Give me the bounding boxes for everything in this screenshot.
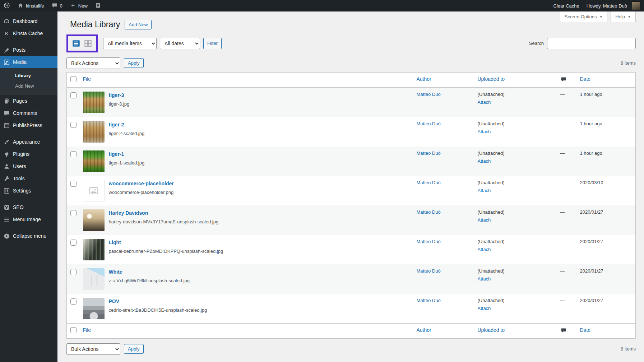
media-thumbnail[interactable] [83,92,105,113]
sidebar-item-media[interactable]: Media [0,56,57,68]
date-filter[interactable]: All dates [160,38,200,49]
row-checkbox[interactable] [70,181,77,187]
attach-link[interactable]: Attach [478,276,491,282]
media-filename: pascal-debrunner-PZoMDIOKPPQ-unsplash-sc… [109,249,223,254]
media-title-link[interactable]: tiger-2 [109,122,124,127]
media-thumbnail[interactable] [83,209,105,231]
author-link[interactable]: Matteo Duò [417,298,441,303]
column-header-uploaded-to[interactable]: Uploaded to [478,327,505,333]
table-row: Light pascal-debrunner-PZoMDIOKPPQ-unspl… [67,235,636,264]
media-type-filter[interactable]: All media items [103,38,157,49]
screen-options-button[interactable]: Screen Options ▼ [560,11,608,22]
media-title-link[interactable]: White [109,269,122,275]
author-link[interactable]: Matteo Duò [417,92,441,97]
media-thumbnail[interactable] [83,121,105,143]
select-all-checkbox[interactable] [70,327,77,333]
attach-link[interactable]: Attach [478,247,491,252]
column-header-author[interactable]: Author [417,76,431,82]
media-thumbnail[interactable] [83,298,105,319]
bulk-actions-select[interactable]: Bulk Actions [66,343,120,355]
row-checkbox[interactable] [70,122,77,128]
sidebar-item-plugins[interactable]: Plugins [0,148,57,160]
column-header-file[interactable]: File [83,327,91,333]
sidebar-item-dashboard[interactable]: Dashboard [0,15,57,27]
media-icon [0,59,13,66]
clear-cache-link[interactable]: Clear Cache [550,3,583,9]
author-link[interactable]: Matteo Duò [417,121,441,126]
column-header-date[interactable]: Date [580,327,591,333]
help-button[interactable]: Help ▼ [611,11,636,22]
media-thumbnail[interactable] [83,180,105,201]
annotation-highlight-box [66,34,98,52]
author-link[interactable]: Matteo Duò [417,180,441,185]
comments-bubble-link[interactable]: 0 [48,0,66,11]
media-thumbnail[interactable] [83,239,105,260]
wordpress-logo-icon[interactable]: W [0,0,14,11]
plugins-icon [0,151,13,158]
howdy-account-link[interactable]: Howdy, Matteo Duò [583,1,644,10]
sidebar-item-menu-image[interactable]: Menu Image [0,213,57,226]
media-thumbnail[interactable] [83,150,105,172]
attach-link[interactable]: Attach [478,217,491,223]
sidebar-item-settings[interactable]: Settings [0,185,57,197]
collapse-icon [0,233,13,240]
sidebar-item-seo[interactable]: SEO [0,201,57,213]
sidebar-item-publishpress[interactable]: PublishPress [0,119,57,131]
sidebar-subitem-library[interactable]: Library [0,70,57,81]
apply-button[interactable]: Apply [124,58,144,68]
author-link[interactable]: Matteo Duò [417,209,441,215]
filter-toolbar: All media items All dates Filter Search [66,34,636,52]
sidebar-item-collapse-menu[interactable]: Collapse menu [0,230,57,242]
sidebar-item-kinsta-cache[interactable]: KKinsta Cache [0,27,57,40]
select-all-checkbox[interactable] [70,76,77,82]
date-text: 1 hour ago [576,147,636,176]
sidebar-item-appearance[interactable]: Appearance [0,136,57,148]
list-view-button[interactable] [71,39,81,48]
media-title-link[interactable]: Harley Davidson [109,210,148,216]
grid-view-button[interactable] [83,39,93,48]
media-title-link[interactable]: Light [109,240,121,245]
attach-link[interactable]: Attach [478,306,491,311]
attach-link[interactable]: Attach [478,188,491,193]
media-thumbnail[interactable] [83,268,105,290]
row-checkbox[interactable] [70,210,77,216]
sidebar-item-users[interactable]: Users [0,160,57,172]
bulk-actions-select[interactable]: Bulk Actions [66,57,120,69]
media-title-link[interactable]: POV [109,298,120,304]
attach-link[interactable]: Attach [478,99,491,105]
svg-text:W: W [5,4,9,7]
comment-bubble-icon [51,2,58,10]
sidebar-item-posts[interactable]: Posts [0,44,57,56]
add-new-button[interactable]: Add New [125,20,152,29]
site-name-link[interactable]: kinstalife [14,0,48,11]
apply-button[interactable]: Apply [124,344,144,354]
column-header-uploaded-to[interactable]: Uploaded to [478,76,505,82]
bulk-actions-toolbar-bottom: Bulk Actions Apply 8 items [66,343,636,355]
row-checkbox[interactable] [70,269,77,275]
sidebar-subitem-add-new[interactable]: Add New [0,81,57,91]
media-title-link[interactable]: tiger-3 [109,92,124,98]
sidebar-item-tools[interactable]: Tools [0,172,57,185]
author-link[interactable]: Matteo Duò [417,268,441,274]
row-checkbox[interactable] [70,92,77,98]
attach-link[interactable]: Attach [478,129,491,134]
attach-link[interactable]: Attach [478,158,491,164]
appearance-icon [0,139,13,145]
media-title-link[interactable]: woocommerce-placeholder [109,181,174,186]
filter-button[interactable]: Filter [203,38,222,49]
author-link[interactable]: Matteo Duò [417,239,441,244]
author-link[interactable]: Matteo Duò [417,150,441,156]
row-checkbox[interactable] [70,240,77,246]
column-header-author[interactable]: Author [417,327,431,333]
yoast-seo-menu[interactable] [91,0,105,11]
new-content-link[interactable]: New [66,0,91,11]
media-title-link[interactable]: tiger-1 [109,151,124,157]
column-header-date[interactable]: Date [580,76,591,82]
search-input[interactable] [547,38,636,49]
column-header-file[interactable]: File [83,76,91,82]
sidebar-item-pages[interactable]: Pages [0,95,57,107]
sidebar-item-comments[interactable]: Comments [0,107,57,119]
row-checkbox[interactable] [70,151,77,157]
row-checkbox[interactable] [70,298,77,305]
date-text: 2020/03/10 [576,176,636,205]
